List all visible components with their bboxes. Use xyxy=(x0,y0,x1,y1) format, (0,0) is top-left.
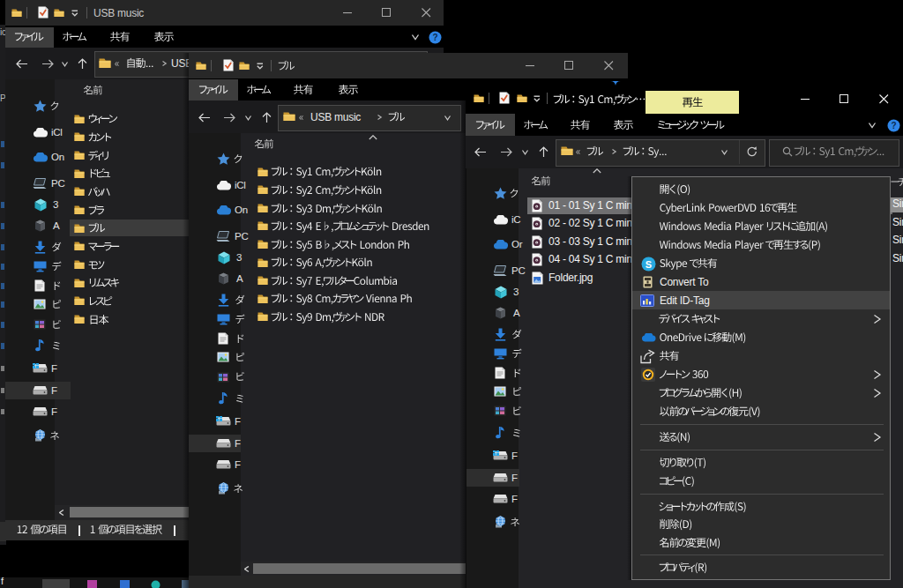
svg-text:?: ? xyxy=(432,33,437,42)
svg-text:?: ? xyxy=(891,121,896,130)
svg-text:S: S xyxy=(646,259,652,270)
